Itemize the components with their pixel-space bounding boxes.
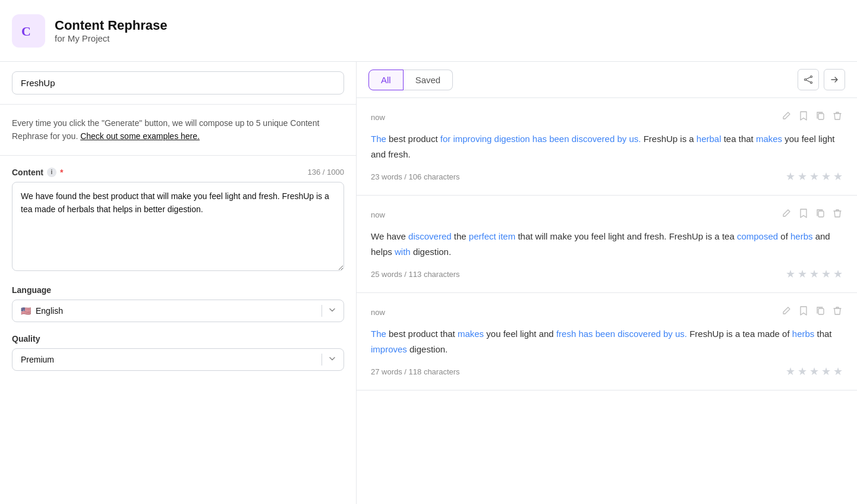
star-1[interactable]: ★ [786, 170, 795, 183]
star-4[interactable]: ★ [821, 365, 831, 378]
word-count: 25 words / 113 characters [371, 270, 460, 279]
result-card: now [357, 293, 857, 390]
copy-button[interactable] [815, 305, 826, 319]
word-count: 27 words / 118 characters [371, 367, 460, 376]
result-actions [780, 305, 843, 319]
delete-button[interactable] [832, 207, 843, 222]
result-actions [780, 110, 843, 124]
content-textarea[interactable]: We have found the best product that will… [12, 182, 344, 271]
star-1[interactable]: ★ [786, 267, 795, 281]
main-layout: Every time you click the "Generate" butt… [0, 62, 857, 504]
delete-button[interactable] [832, 305, 843, 319]
copy-button[interactable] [815, 110, 826, 124]
result-text-3: The best product that makes you feel lig… [371, 326, 843, 357]
star-5[interactable]: ★ [833, 365, 843, 378]
app-icon: C [12, 14, 45, 48]
star-rating[interactable]: ★ ★ ★ ★ ★ [786, 365, 843, 378]
tabs-header: All Saved [357, 62, 857, 98]
svg-line-5 [806, 80, 811, 83]
star-5[interactable]: ★ [833, 170, 843, 183]
star-3[interactable]: ★ [809, 267, 819, 281]
language-value: English [36, 306, 63, 316]
star-rating[interactable]: ★ ★ ★ ★ ★ [786, 267, 843, 281]
result-text-2: We have discovered the perfect item that… [371, 229, 843, 259]
more-button[interactable] [824, 69, 845, 90]
divider [322, 305, 322, 317]
required-indicator: * [60, 168, 63, 177]
result-stats-2: 25 words / 113 characters ★ ★ ★ ★ ★ [371, 267, 843, 281]
content-info-icon[interactable]: i [47, 168, 56, 177]
copy-button[interactable] [815, 207, 826, 222]
star-2[interactable]: ★ [798, 170, 807, 183]
svg-rect-6 [818, 114, 824, 119]
edit-button[interactable] [780, 305, 792, 319]
quality-select[interactable]: Premium [12, 348, 344, 371]
star-4[interactable]: ★ [821, 267, 831, 281]
flag-icon: 🇺🇸 [21, 306, 31, 316]
tab-saved[interactable]: Saved [404, 70, 453, 90]
result-stats-1: 23 words / 106 characters ★ ★ ★ ★ ★ [371, 170, 843, 183]
content-label: Content i * 136 / 1000 [12, 168, 344, 177]
star-3[interactable]: ★ [809, 170, 819, 183]
result-card: now [357, 98, 857, 196]
svg-line-4 [806, 77, 811, 80]
bookmark-button[interactable] [798, 110, 809, 124]
right-panel: All Saved [357, 62, 857, 504]
svg-rect-8 [818, 308, 824, 314]
result-stats-3: 27 words / 118 characters ★ ★ ★ ★ ★ [371, 365, 843, 378]
svg-text:C: C [21, 24, 31, 39]
language-section: Language 🇺🇸 English [12, 285, 344, 322]
examples-link[interactable]: Check out some examples here. [80, 131, 200, 141]
delete-button[interactable] [832, 110, 843, 124]
language-label: Language [12, 285, 344, 295]
svg-rect-7 [818, 211, 824, 217]
edit-button[interactable] [780, 110, 792, 124]
edit-button[interactable] [780, 207, 792, 222]
language-select[interactable]: 🇺🇸 English [12, 300, 344, 322]
result-time: now [371, 210, 385, 219]
result-card: now [357, 196, 857, 293]
char-count: 136 / 1000 [308, 168, 344, 177]
star-1[interactable]: ★ [786, 365, 795, 378]
info-section: Every time you click the "Generate" butt… [0, 105, 356, 156]
quality-section: Quality Premium [12, 334, 344, 371]
app-title: Content Rephrase [55, 18, 167, 33]
star-4[interactable]: ★ [821, 170, 831, 183]
star-2[interactable]: ★ [798, 365, 807, 378]
result-text-1: The best product for improving digestion… [371, 131, 843, 162]
form-section: Content i * 136 / 1000 We have found the… [0, 156, 356, 383]
chevron-down-icon [328, 305, 336, 316]
brand-section [0, 62, 356, 105]
tabs-actions [798, 69, 845, 90]
result-meta: now [371, 110, 843, 124]
word-count: 23 words / 106 characters [371, 172, 460, 181]
tab-all[interactable]: All [368, 70, 404, 90]
chevron-down-icon [328, 354, 336, 364]
result-time: now [371, 113, 385, 122]
result-meta: now [371, 305, 843, 319]
result-time: now [371, 308, 385, 317]
app-subtitle: for My Project [55, 33, 167, 43]
content-field: Content i * 136 / 1000 We have found the… [12, 168, 344, 273]
svg-point-3 [805, 79, 806, 81]
star-3[interactable]: ★ [809, 365, 819, 378]
bookmark-button[interactable] [798, 207, 809, 222]
brand-input[interactable] [12, 71, 344, 94]
left-panel: Every time you click the "Generate" butt… [0, 62, 357, 504]
divider [322, 354, 322, 366]
header: C Content Rephrase for My Project [0, 0, 857, 62]
share-button[interactable] [798, 69, 819, 90]
star-5[interactable]: ★ [833, 267, 843, 281]
result-meta: now [371, 207, 843, 222]
star-2[interactable]: ★ [798, 267, 807, 281]
result-actions [780, 207, 843, 222]
header-text: Content Rephrase for My Project [55, 18, 167, 43]
results-area: now [357, 98, 857, 504]
star-rating[interactable]: ★ ★ ★ ★ ★ [786, 170, 843, 183]
quality-value: Premium [21, 355, 54, 364]
quality-label: Quality [12, 334, 344, 344]
bookmark-button[interactable] [798, 305, 809, 319]
